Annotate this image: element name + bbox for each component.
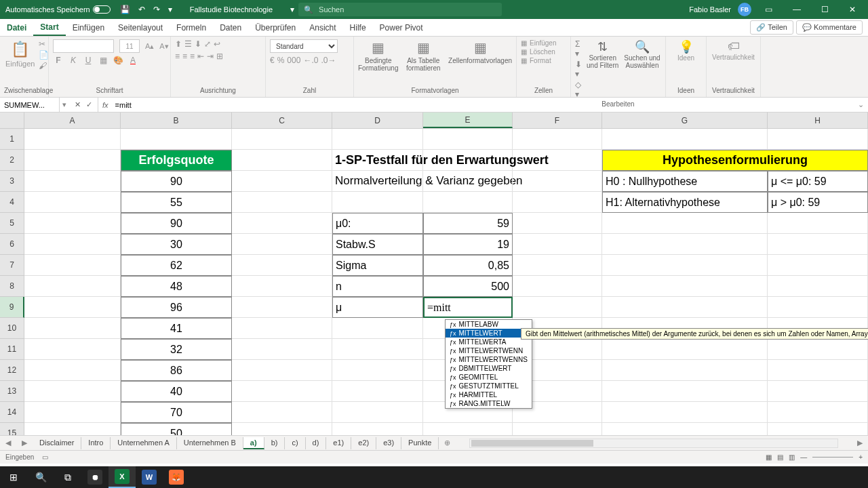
percent-icon[interactable]: % [277, 56, 285, 65]
cell-F6[interactable] [513, 234, 602, 255]
cell-B7[interactable]: 62 [121, 255, 232, 276]
tab-powerpivot[interactable]: Power Pivot [373, 19, 430, 36]
cell-E3[interactable] [423, 171, 513, 192]
cell-A6[interactable] [24, 234, 121, 255]
cell-F5[interactable] [513, 213, 602, 234]
sheet-tab[interactable]: Intro [81, 437, 111, 449]
name-box-dropdown-icon[interactable]: ▾ [60, 100, 69, 109]
cell-H1[interactable] [768, 129, 868, 150]
cell-A15[interactable] [24, 423, 121, 435]
cell-H11[interactable] [768, 339, 868, 360]
cell-B5[interactable]: 90 [121, 213, 232, 234]
select-all-corner[interactable] [0, 113, 24, 128]
format-button[interactable]: ▦ Format [521, 57, 566, 64]
macro-record-icon[interactable]: ▭ [42, 453, 48, 461]
row-header-8[interactable]: 8 [0, 276, 24, 297]
cell-G11[interactable] [602, 339, 768, 360]
app-obs[interactable]: ⏺ [81, 466, 108, 488]
cell-G14[interactable] [602, 402, 768, 423]
cell-C5[interactable] [232, 213, 332, 234]
cell-B11[interactable]: 32 [121, 339, 232, 360]
task-view-icon[interactable]: ⧉ [54, 466, 81, 488]
cell-F1[interactable] [513, 129, 602, 150]
cell-D12[interactable] [332, 360, 423, 381]
cell-A10[interactable] [24, 318, 121, 339]
cell-B3[interactable]: 90 [121, 171, 232, 192]
find-select-button[interactable]: 🔍Suchen und Auswählen [623, 39, 661, 99]
format-painter-icon[interactable]: 🖌 [39, 61, 49, 70]
col-header-A[interactable]: A [24, 113, 121, 128]
autocomplete-item[interactable]: ƒxMITTELABW [446, 320, 532, 329]
col-header-D[interactable]: D [332, 113, 423, 128]
cell-G6[interactable] [602, 234, 768, 255]
cell-D8[interactable]: n [332, 276, 423, 297]
cell-C6[interactable] [232, 234, 332, 255]
toggle-switch[interactable] [93, 5, 111, 14]
fill-icon[interactable]: ⬇ ▾ [575, 60, 582, 79]
cell-B15[interactable]: 50 [121, 423, 232, 435]
app-word[interactable]: W [136, 466, 163, 488]
maximize-icon[interactable]: ☐ [814, 5, 835, 14]
cell-B10[interactable]: 41 [121, 318, 232, 339]
fill-color-button[interactable]: 🎨 [113, 56, 123, 65]
cell-D7[interactable]: Sigma [332, 255, 423, 276]
orientation-icon[interactable]: ⤢ [204, 39, 211, 49]
align-top-icon[interactable]: ⬆ [175, 39, 182, 49]
cell-C13[interactable] [232, 381, 332, 402]
cell-D3[interactable]: Normalverteilung & Varianz gegeben [332, 171, 423, 192]
cell-D5[interactable]: μ0: [332, 213, 423, 234]
cell-G13[interactable] [602, 381, 768, 402]
cell-B9[interactable]: 96 [121, 297, 232, 318]
insert-button[interactable]: ▦ Einfügen [521, 39, 566, 47]
comma-icon[interactable]: 000 [287, 56, 300, 65]
row-header-14[interactable]: 14 [0, 402, 24, 423]
cell-C12[interactable] [232, 360, 332, 381]
indent-dec-icon[interactable]: ⇤ [197, 52, 204, 61]
cell-H13[interactable] [768, 381, 868, 402]
cell-F9[interactable] [513, 297, 602, 318]
merge-icon[interactable]: ⊞ [216, 52, 223, 61]
cell-F7[interactable] [513, 255, 602, 276]
cell-D1[interactable] [332, 129, 423, 150]
autosave-toggle[interactable]: Automatisches Speichern [0, 5, 116, 14]
col-header-C[interactable]: C [232, 113, 332, 128]
autocomplete-item[interactable]: ƒxGESTUTZTMITTEL [446, 382, 532, 390]
cell-C14[interactable] [232, 402, 332, 423]
font-size-input[interactable] [119, 39, 140, 53]
share-button[interactable]: 🔗 Teilen [750, 20, 793, 35]
decimal-inc-icon[interactable]: ←.0 [303, 56, 318, 65]
formula-input[interactable]: =mitt [113, 101, 854, 109]
cell-D13[interactable] [332, 381, 423, 402]
name-box[interactable]: SUMMEW... [0, 98, 60, 112]
copy-icon[interactable]: 📄 [39, 50, 49, 60]
sheet-tab[interactable]: a) [243, 437, 264, 449]
autocomplete-item[interactable]: ƒxHARMITTEL [446, 390, 532, 399]
cancel-formula-icon[interactable]: ✕ [75, 100, 81, 109]
cell-E8[interactable]: 500 [423, 276, 513, 297]
qat-more-icon[interactable]: ▾ [164, 5, 176, 14]
cell-D10[interactable] [332, 318, 423, 339]
currency-icon[interactable]: € [270, 56, 275, 65]
cell-G5[interactable] [602, 213, 768, 234]
wrap-text-icon[interactable]: ↩ [214, 39, 220, 49]
autocomplete-item[interactable]: ƒxGEOMITTEL [446, 373, 532, 382]
cell-G3[interactable]: H0 : Nullhypothese [602, 171, 768, 192]
sheet-tab[interactable]: Disclaimer [33, 437, 81, 449]
sheet-nav-prev-icon[interactable]: ◀ [0, 439, 16, 447]
cell-H6[interactable] [768, 234, 868, 255]
cell-A4[interactable] [24, 192, 121, 213]
cell-F3[interactable] [513, 171, 602, 192]
cell-C9[interactable] [232, 297, 332, 318]
tab-ansicht[interactable]: Ansicht [302, 19, 342, 36]
search-box[interactable]: 🔍 Suchen [298, 3, 502, 16]
cell-D6[interactable]: Stabw.S [332, 234, 423, 255]
cell-F8[interactable] [513, 276, 602, 297]
spreadsheet-grid[interactable]: A B C D E F G H 12Erfolgsquote1-SP-Testf… [0, 113, 868, 435]
cell-B4[interactable]: 55 [121, 192, 232, 213]
filename[interactable]: Fallstudie Biotechnologie [176, 5, 286, 14]
cell-A14[interactable] [24, 402, 121, 423]
row-header-13[interactable]: 13 [0, 381, 24, 402]
tab-ueberpruefen[interactable]: Überprüfen [248, 19, 302, 36]
align-bottom-icon[interactable]: ⬇ [195, 39, 201, 49]
cell-H8[interactable] [768, 276, 868, 297]
